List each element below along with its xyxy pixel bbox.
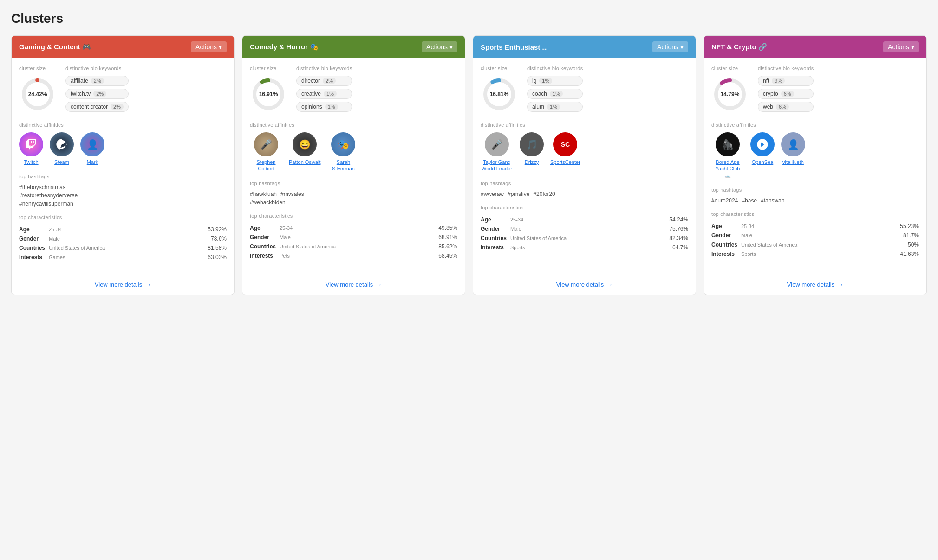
char-pct: 75.76%: [669, 226, 688, 232]
keyword-badge: director2%: [296, 76, 352, 86]
hashtag-item: #tapswap: [761, 197, 784, 204]
cluster-footer-gaming: View more details →: [12, 273, 234, 295]
affinity-item[interactable]: OpenSea: [750, 132, 775, 165]
characteristics-section-comedy: Top characteristics Age 25-34 49.85% Gen…: [250, 213, 457, 260]
bio-keywords-label: Distinctive bio keywords: [527, 65, 583, 71]
affinity-item[interactable]: 🎵 Drizzy: [520, 132, 544, 165]
clusters-grid: Gaming & Content 🎮 Actions ▾ Cluster siz…: [11, 35, 927, 295]
affinities-label: Distinctive affinities: [19, 122, 227, 128]
bio-keywords-label: Distinctive bio keywords: [758, 65, 814, 71]
affinity-name[interactable]: Sarah Silverman: [327, 159, 359, 172]
characteristic-row: Countries United States of America 50%: [711, 240, 919, 249]
affinity-name[interactable]: SportsCenter: [550, 159, 580, 165]
affinity-item[interactable]: 🎤 Stephen Colbert: [250, 132, 282, 172]
cluster-name-sports: Sports Enthusiast ...: [481, 43, 548, 51]
char-pct: 81.7%: [903, 232, 919, 239]
char-label: Gender: [250, 234, 278, 241]
affinity-item[interactable]: 🎤 Taylor Gang World Leader: [481, 132, 513, 172]
actions-button-nft[interactable]: Actions ▾: [883, 41, 919, 52]
cluster-name-gaming: Gaming & Content 🎮: [19, 43, 91, 51]
char-label: Countries: [711, 241, 739, 248]
affinity-name[interactable]: Mark: [87, 159, 98, 165]
char-value: Sports: [510, 245, 671, 250]
affinity-avatar: 🎤: [254, 132, 278, 156]
actions-button-gaming[interactable]: Actions ▾: [191, 41, 227, 52]
char-value: 25-34: [741, 223, 898, 229]
affinity-item[interactable]: 👤 vitalik.eth: [781, 132, 805, 165]
char-pct: 68.45%: [438, 253, 457, 259]
keyword-badge: alum1%: [527, 102, 583, 112]
char-pct: 49.85%: [438, 225, 457, 231]
cluster-size-row-nft: Cluster size 14.79% Distinctive bio keyw…: [711, 65, 919, 113]
keywords-section-nft: Distinctive bio keywordsnft9%crypto6%web…: [758, 65, 814, 113]
cluster-footer-nft: View more details →: [704, 273, 926, 295]
keyword-badge: coach1%: [527, 89, 583, 99]
affinity-name[interactable]: Drizzy: [525, 159, 539, 165]
affinity-name[interactable]: Bored Ape Yacht Club 🛥️: [711, 159, 744, 179]
cluster-name-comedy: Comedy & Horror 🎭: [250, 43, 319, 51]
characteristics-label: Top characteristics: [250, 213, 457, 219]
char-value: Male: [510, 226, 667, 232]
cluster-size-label: Cluster size: [711, 65, 749, 71]
char-value: United States of America: [280, 244, 436, 249]
affinity-name[interactable]: Steam: [54, 159, 69, 165]
keyword-badge: creative1%: [296, 89, 352, 99]
affinity-item[interactable]: 👤 Mark: [80, 132, 104, 165]
keywords-section-sports: Distinctive bio keywordsig1%coach1%alum1…: [527, 65, 583, 113]
char-pct: 81.58%: [208, 245, 227, 251]
characteristic-row: Interests Games 63.03%: [19, 253, 227, 262]
cluster-footer-comedy: View more details →: [242, 273, 465, 295]
affinity-item[interactable]: Steam: [50, 132, 74, 165]
keyword-badge: crypto6%: [758, 89, 814, 99]
affinities-section-gaming: Distinctive affinities Twitch Steam 👤 Ma…: [19, 122, 227, 165]
affinity-item[interactable]: 😄 Patton Oswalt: [289, 132, 320, 165]
affinity-name[interactable]: OpenSea: [752, 159, 773, 165]
char-value: Male: [280, 234, 436, 240]
char-label: Countries: [19, 245, 47, 251]
affinity-name[interactable]: Patton Oswalt: [289, 159, 320, 165]
affinity-item[interactable]: Twitch: [19, 132, 43, 165]
hashtags-section-sports: Top hashtags#wweraw#pmslive#20for20: [481, 181, 688, 197]
affinity-name[interactable]: Stephen Colbert: [250, 159, 282, 172]
affinity-name[interactable]: Twitch: [24, 159, 38, 165]
affinity-name[interactable]: vitalik.eth: [782, 159, 804, 165]
chevron-down-icon: ▾: [449, 43, 453, 51]
view-more-link-sports[interactable]: View more details →: [556, 281, 612, 288]
char-label: Gender: [481, 226, 508, 232]
affinity-name[interactable]: Taylor Gang World Leader: [481, 159, 513, 172]
view-more-link-nft[interactable]: View more details →: [787, 281, 843, 288]
affinity-avatar: 🎤: [485, 132, 509, 156]
actions-button-comedy[interactable]: Actions ▾: [422, 41, 457, 52]
affinity-avatar: [50, 132, 74, 156]
char-value: Sports: [741, 251, 898, 257]
affinity-item[interactable]: 🎭 Sarah Silverman: [327, 132, 359, 172]
cluster-size-label: Cluster size: [19, 65, 56, 71]
hashtags-section-nft: Top hashtags#euro2024#base#tapswap: [711, 187, 919, 204]
char-label: Age: [250, 225, 278, 231]
affinity-item[interactable]: 🦍 Bored Ape Yacht Club 🛥️: [711, 132, 744, 179]
char-pct: 55.23%: [900, 223, 919, 229]
affinity-avatar: SC: [553, 132, 577, 156]
characteristic-row: Age 25-34 54.24%: [481, 215, 688, 224]
hashtag-item: #pmslive: [508, 191, 529, 197]
char-label: Gender: [711, 232, 739, 239]
actions-button-sports[interactable]: Actions ▾: [652, 41, 688, 52]
char-pct: 68.91%: [438, 234, 457, 241]
view-more-link-comedy[interactable]: View more details →: [326, 281, 382, 288]
characteristic-row: Gender Male 78.6%: [19, 234, 227, 243]
donut-pct-comedy: 16.91%: [259, 91, 278, 98]
characteristic-row: Age 25-34 53.92%: [19, 225, 227, 234]
donut-chart-gaming: Cluster size 24.42%: [19, 65, 56, 113]
hashtag-item: #henrycavillsuperman: [19, 201, 227, 207]
affinity-item[interactable]: SC SportsCenter: [550, 132, 580, 165]
cluster-header-nft: NFT & Crypto 🔗 Actions ▾: [704, 36, 926, 58]
characteristic-row: Gender Male 81.7%: [711, 231, 919, 240]
char-value: 25-34: [49, 227, 206, 232]
char-value: United States of America: [510, 235, 667, 241]
char-label: Interests: [711, 251, 739, 257]
affinity-avatar: 👤: [781, 132, 805, 156]
view-more-link-gaming[interactable]: View more details →: [95, 281, 151, 288]
cluster-card-comedy: Comedy & Horror 🎭 Actions ▾ Cluster size…: [242, 35, 465, 295]
char-value: 25-34: [510, 217, 667, 222]
chevron-down-icon: ▾: [911, 43, 914, 51]
